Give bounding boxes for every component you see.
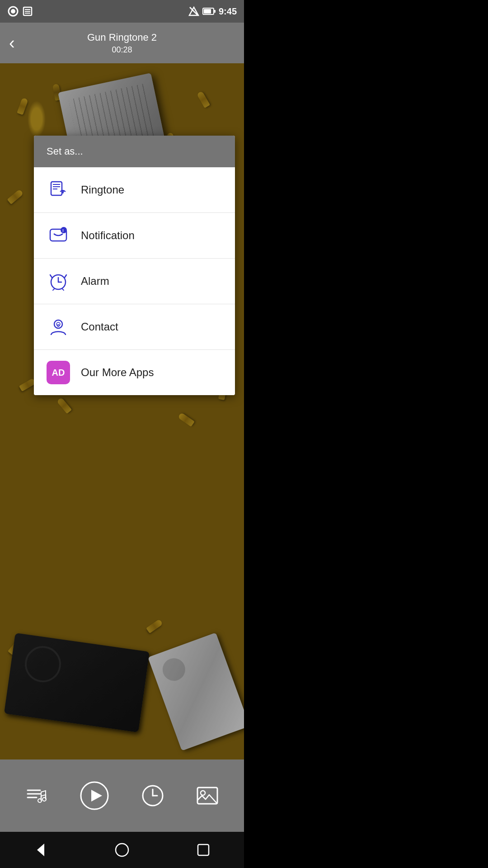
svg-point-38 [201, 791, 205, 795]
svg-point-40 [116, 844, 128, 856]
svg-rect-41 [198, 844, 209, 855]
history-button[interactable] [140, 783, 165, 808]
notification-icon: ! [47, 224, 70, 247]
set-as-menu: Set as... Ringtone ! [34, 136, 235, 395]
menu-header-text: Set as... [47, 146, 83, 157]
notification-menu-item[interactable]: ! Notification [34, 213, 235, 259]
svg-marker-39 [37, 844, 44, 856]
track-title: Gun Ringtone 2 [87, 32, 157, 43]
gallery-button[interactable] [195, 783, 220, 808]
contact-label: Contact [81, 321, 118, 333]
track-duration: 00:28 [112, 45, 132, 55]
svg-rect-37 [197, 788, 217, 804]
signal-off-icon [188, 5, 200, 17]
time-display: 9:45 [219, 6, 237, 17]
battery-icon [202, 7, 216, 16]
more-apps-menu-item[interactable]: AD Our More Apps [34, 350, 235, 395]
record-icon [7, 5, 19, 17]
playlist-button[interactable] [24, 783, 49, 808]
notification-label: Notification [81, 229, 135, 242]
ad-badge: AD [47, 361, 70, 384]
svg-point-22 [54, 320, 62, 328]
ringtone-menu-item[interactable]: Ringtone [34, 167, 235, 213]
svg-marker-33 [91, 790, 102, 802]
sd-icon [22, 5, 33, 17]
contact-menu-item[interactable]: Contact [34, 304, 235, 350]
contact-icon [47, 315, 70, 339]
svg-point-23 [56, 322, 60, 326]
status-right-icons: 9:45 [188, 5, 237, 17]
svg-point-15 [62, 192, 64, 193]
alarm-menu-item[interactable]: Alarm [34, 259, 235, 304]
more-apps-label: Our More Apps [81, 366, 154, 379]
svg-rect-24 [57, 325, 59, 326]
top-bar: ‹ Gun Ringtone 2 00:28 [0, 23, 244, 63]
svg-point-17 [61, 227, 67, 233]
svg-rect-9 [204, 9, 211, 14]
alarm-label: Alarm [81, 275, 109, 288]
nav-recent-button[interactable] [195, 842, 211, 858]
svg-text:!: ! [62, 228, 64, 233]
back-button[interactable]: ‹ [9, 33, 15, 53]
svg-point-1 [11, 9, 15, 14]
svg-rect-10 [214, 10, 216, 13]
play-button[interactable] [79, 780, 110, 811]
status-bar: 9:45 [0, 0, 244, 23]
nav-back-button[interactable] [33, 842, 49, 858]
ad-icon: AD [47, 361, 70, 384]
nav-bar [0, 832, 244, 868]
ringtone-icon [47, 178, 70, 202]
menu-header: Set as... [34, 136, 235, 167]
nav-home-button[interactable] [114, 842, 130, 858]
ringtone-label: Ringtone [81, 184, 124, 196]
status-left-icons [7, 5, 33, 17]
bottom-toolbar [0, 760, 244, 832]
alarm-icon [47, 269, 70, 293]
